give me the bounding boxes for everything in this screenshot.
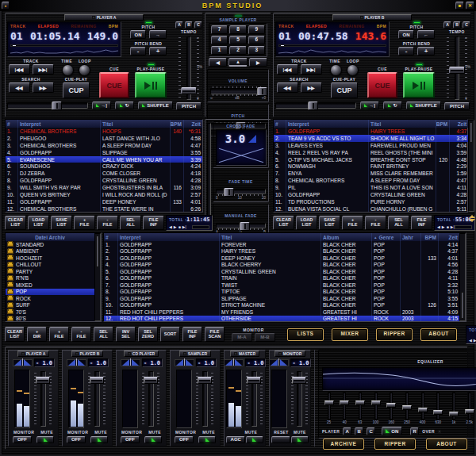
channel-fader[interactable] [141,370,160,428]
pitch-direction-button[interactable]: → [149,30,167,39]
nav-button[interactable]: LISTS [287,328,324,341]
mute-button[interactable] [36,436,54,443]
mute-button[interactable] [246,436,263,443]
eq-band-slider[interactable] [340,393,350,420]
archive-item[interactable]: 70'S [6,308,94,316]
archive-tool-button[interactable]: SORT [160,327,180,342]
volume-handle[interactable] [257,87,267,96]
eq-band-handle[interactable] [449,412,459,416]
eq-band-handle[interactable] [340,400,349,405]
channel-fader[interactable] [87,370,106,428]
balance-control[interactable]: - 1.0 [121,358,163,368]
browser-row[interactable]: 3. GOLDFRAPP DEEP HONEY BLACK CHER POP 1… [104,255,459,262]
playlist-row[interactable]: 11.GOLDFRAPPDEEP HONEY1334:01 [6,198,202,205]
fade-time-slider[interactable] [216,189,266,194]
eq-band-slider[interactable] [370,393,381,420]
list-button[interactable]: SELALL [388,216,409,230]
playlist-row[interactable]: 1.CHEMICAL BROTHERSHOOPS140*6:31 [6,128,202,135]
transport-icons[interactable]: ◀▶■▶| [169,225,186,229]
browser-row[interactable]: 2. GOLDFRAPP HAIRY TREES BLACK CHER POP … [104,248,459,255]
playlist-row[interactable]: 2.TEAM 9 VS ACDC VS STOSHOOK ME ALL NIGH… [274,135,468,142]
playlist-row[interactable]: 7.DJ ZEBRACOME CLOSER4:18 [6,170,202,177]
playlist-row[interactable]: 4.REEL 2 REEL VS RAY PAREEL GHOSTS (THE … [274,149,468,156]
browser-row[interactable]: 12. RED HOT CHILI PEPPERS OTHERSIDE GREA… [104,316,459,322]
strip-button[interactable]: OFF [175,436,194,443]
tempo-handle[interactable] [181,87,197,94]
playlist-row[interactable]: 2.PHEUGOOLAST DANCE WITH JLO4:58 [6,135,202,142]
cup-button[interactable]: CUP [331,82,358,98]
eq-player-a-button[interactable]: A [343,427,351,435]
fade-time-handle[interactable] [224,188,234,197]
eq-band-handle[interactable] [465,409,474,414]
eq-band-slider[interactable] [464,393,474,420]
archive-item[interactable]: AMBIENT [6,248,94,255]
balance-control[interactable]: - 1.0 [224,358,266,368]
spin-up-icon[interactable] [469,215,475,218]
nav-button[interactable]: RIPPER [376,328,413,341]
list-button[interactable]: +FILE [74,216,95,230]
preset-a-button[interactable]: A [175,21,183,29]
sample-eject-button[interactable]: ▲ [228,58,247,67]
next-track-button[interactable]: ▶▶| [33,64,54,75]
playlist-row[interactable]: 1.GOLDFRAPPHAIRY TREES4:37 [274,128,468,135]
transport-icon[interactable]: ■ [447,225,449,229]
loop-mode-button[interactable]: ↻ [383,102,402,109]
eq-band-slider[interactable] [417,393,428,420]
sample-key-button[interactable]: 1 [211,46,228,55]
archive-item[interactable]: CHILLOUT [6,262,94,269]
playlist-a-scrollbar[interactable] [207,121,211,228]
list-button[interactable]: CLEARLIST [273,216,294,230]
balance-icon[interactable] [13,359,33,366]
scroll-handle[interactable] [96,236,99,267]
eq-player-b-button[interactable]: B [355,427,363,435]
time-knob[interactable] [62,64,74,76]
deck-b-pitch-button[interactable]: PITCH [444,102,470,110]
scroll-handle[interactable] [461,292,464,319]
preset-c-button[interactable]: C [463,21,470,29]
deck-b-tempo-slider[interactable]: − + 0% [447,35,467,102]
playlist-row[interactable]: 8.GOLDFRAPPCRYSTALLINE GREEN4:28 [6,177,202,184]
sample-next-button[interactable]: ▶ [249,58,267,67]
strip-button[interactable] [271,436,290,443]
transport-icon[interactable]: ■ [178,225,181,229]
monitor-a-button[interactable]: M-A [232,333,252,342]
archive-item[interactable]: MIXED [6,282,94,289]
fader-handle[interactable] [292,377,306,384]
cue-button[interactable]: CUE [367,72,397,98]
list-button[interactable]: FILEINF [143,216,164,230]
nav-button[interactable]: MIXER [332,328,368,341]
sample-key-button[interactable]: 4 [211,36,228,44]
footer-button[interactable]: ABOUT [426,439,467,450]
eq-band-handle[interactable] [324,400,334,405]
playlist-row[interactable]: 10.GOLDFRAPPCRYSTALLINE GREEN4:28 [274,191,468,198]
browser-row[interactable]: 1. GOLDFRAPP FOREVER BLACK CHER POP 4:14 [104,241,459,248]
next-track-button[interactable]: ▶▶| [301,64,322,75]
archive-item[interactable]: HOCHZEIT [6,255,94,262]
pitch-bend-plus-button[interactable]: + [417,47,435,56]
eq-band-handle[interactable] [418,408,428,412]
eq-r-button[interactable]: R [410,427,419,435]
tempo-handle[interactable] [449,67,465,74]
search-fwd-button[interactable]: ▶▶ [301,82,322,93]
archive-item[interactable]: ROCK [6,295,94,302]
pitch-bend-minus-button[interactable]: - [398,47,414,56]
list-button[interactable]: CLEARLIST [5,216,26,230]
sample-key-button[interactable]: 7 [211,25,228,34]
playlist-row[interactable]: 12.CHEMICAL BROTHERSTHE STATE WERE IN6:2… [6,205,202,212]
prev-track-button[interactable]: |◀◀ [277,64,298,75]
transport-icons[interactable]: ◀▶■▶| [469,339,476,343]
archive-item[interactable]: POP [6,289,94,296]
eq-player-c-button[interactable]: C [367,427,375,435]
footer-button[interactable]: RIPPER [374,439,416,450]
archive-tool-button[interactable]: SELZERO [138,327,158,342]
mute-button[interactable] [291,436,309,443]
pitch-direction-button[interactable]: ← [417,30,435,39]
play-pause-button[interactable] [403,72,435,98]
playlist-row[interactable]: 6.SOUNDHOGCRAZY DICK4:24 [6,163,202,170]
sample-prev-button[interactable]: ◀ [209,58,227,67]
nav-button[interactable]: ABOUT [420,328,457,341]
archive-item[interactable]: R'N'B [6,275,94,282]
balance-control[interactable]: - 1.0 [67,358,109,368]
spin-down-icon[interactable] [469,219,475,222]
eq-band-slider[interactable] [433,393,443,420]
